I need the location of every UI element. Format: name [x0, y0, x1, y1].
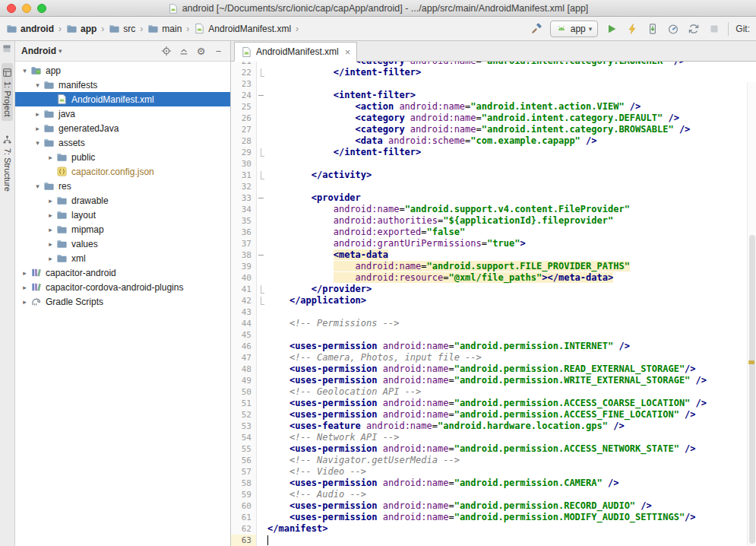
code-line[interactable]: 34 android:name="android.support.v4.cont… — [231, 204, 756, 215]
code-editor[interactable]: 21 <category android:name="android.inten… — [231, 62, 756, 546]
code-line[interactable]: 57 <!-- Video --> — [231, 466, 756, 478]
code-line[interactable]: 38 <meta-data — [231, 249, 756, 261]
tab-androidmanifest[interactable]: AndroidManifest.xml × — [234, 42, 357, 62]
close-window-button[interactable] — [7, 4, 16, 13]
code-line[interactable]: 52 <uses-permission android:name="androi… — [231, 409, 756, 421]
fold-marker[interactable] — [257, 170, 266, 181]
code-line[interactable]: 22 </intent-filter> — [231, 67, 756, 78]
code-line[interactable]: 63 — [231, 535, 756, 546]
code-line[interactable]: 36 android:exported="false" — [231, 227, 756, 238]
fold-marker[interactable] — [257, 284, 266, 295]
code-line[interactable]: 37 android:grantUriPermissions="true"> — [231, 238, 756, 249]
tree-item-capacitor-android[interactable]: ▸capacitor-android — [15, 265, 230, 280]
tree-item-mipmap[interactable]: ▸mipmap — [15, 222, 230, 236]
chevron-right-icon[interactable]: ▸ — [33, 110, 43, 118]
code-line[interactable]: 61 <uses-permission android:name="androi… — [231, 512, 756, 523]
profiler-icon[interactable] — [666, 22, 680, 36]
settings-gear-icon[interactable]: ⚙ — [195, 46, 207, 57]
tree-item-assets[interactable]: ▾assets — [15, 135, 230, 150]
code-line[interactable]: 44 <!-- Permissions --> — [231, 318, 756, 329]
chevron-right-icon[interactable]: ▸ — [46, 211, 55, 219]
code-line[interactable]: 31 </activity> — [231, 170, 756, 181]
chevron-right-icon[interactable]: ▸ — [33, 125, 43, 132]
apply-changes-icon[interactable] — [625, 22, 639, 36]
tree-item-java[interactable]: ▸java — [15, 106, 230, 121]
tree-item-res[interactable]: ▾res — [15, 179, 230, 193]
code-line[interactable]: 29 </intent-filter> — [231, 147, 756, 158]
tree-item-generatedjava[interactable]: ▸generatedJava — [15, 121, 230, 135]
code-line[interactable]: 43 — [231, 306, 756, 318]
chevron-right-icon[interactable]: ▸ — [46, 197, 55, 205]
breadcrumb-item-src[interactable]: src — [107, 21, 137, 36]
chevron-right-icon[interactable]: ▸ — [46, 226, 55, 233]
code-line[interactable]: 47 <!-- Camera, Photos, input file --> — [231, 352, 756, 363]
code-line[interactable]: 49 <uses-permission android:name="androi… — [231, 375, 756, 386]
editor-scrollbar[interactable] — [747, 82, 756, 546]
tool-window-project-button[interactable]: 1: Project — [2, 63, 13, 121]
tree-item-app[interactable]: ▾app — [15, 63, 230, 78]
fold-marker[interactable] — [257, 67, 266, 78]
tool-window-switcher-icon[interactable] — [2, 44, 12, 54]
tool-window-structure-button[interactable]: 7: Structure — [2, 130, 13, 196]
minimize-window-button[interactable] — [22, 4, 31, 13]
code-line[interactable]: 21 <category android:name="android.inten… — [231, 62, 756, 67]
code-line[interactable]: 60 <uses-permission android:name="androi… — [231, 500, 756, 512]
code-line[interactable]: 39 android:name="android.support.FILE_PR… — [231, 261, 756, 272]
tree-item-gradle-scripts[interactable]: ▸Gradle Scripts — [15, 294, 230, 309]
code-line[interactable]: 32 — [231, 181, 756, 192]
code-line[interactable]: 30 — [231, 158, 756, 170]
code-line[interactable]: 54 <!-- Network API --> — [231, 432, 756, 443]
fold-marker[interactable] — [257, 90, 266, 101]
code-line[interactable]: 50 <!-- Geolocation API --> — [231, 386, 756, 398]
fold-marker[interactable] — [257, 295, 266, 306]
code-line[interactable]: 41 </provider> — [231, 284, 756, 295]
tree-item-androidmanifest-xml[interactable]: AndroidManifest.xml — [15, 92, 230, 106]
fold-marker[interactable] — [257, 249, 266, 261]
scrollbar-thumb[interactable] — [749, 235, 755, 544]
code-line[interactable]: 45 — [231, 329, 756, 341]
code-line[interactable]: 55 <uses-permission android:name="androi… — [231, 443, 756, 455]
code-line[interactable]: 51 <uses-permission android:name="androi… — [231, 398, 756, 409]
breadcrumb-item-main[interactable]: main — [146, 21, 183, 36]
code-line[interactable]: 56 <!-- Navigator.getUserMedia --> — [231, 455, 756, 466]
close-tab-icon[interactable]: × — [345, 46, 351, 58]
tree-item-layout[interactable]: ▸layout — [15, 208, 230, 222]
code-line[interactable]: 26 <category android:name="android.inten… — [231, 113, 756, 124]
chevron-right-icon[interactable]: ▸ — [20, 298, 30, 306]
tree-item-xml[interactable]: ▸xml — [15, 251, 230, 265]
tree-item-capacitor-cordova-android-plugins[interactable]: ▸capacitor-cordova-android-plugins — [15, 280, 230, 294]
code-line[interactable]: 59 <!-- Audio --> — [231, 489, 756, 500]
tree-item-manifests[interactable]: ▾manifests — [15, 78, 230, 92]
code-line[interactable]: 46 <uses-permission android:name="androi… — [231, 341, 756, 352]
code-line[interactable]: 25 <action android:name="android.intent.… — [231, 101, 756, 113]
chevron-down-icon[interactable]: ▾ — [20, 67, 30, 75]
build-hammer-icon[interactable] — [530, 22, 543, 36]
breadcrumb-item-android[interactable]: android — [5, 21, 55, 36]
code-line[interactable]: 62</manifest> — [231, 523, 756, 535]
code-line[interactable]: 23 — [231, 78, 756, 90]
chevron-right-icon[interactable]: ▸ — [46, 255, 55, 262]
code-line[interactable]: 35 android:authorities="${applicationId}… — [231, 215, 756, 227]
code-line[interactable]: 24 <intent-filter> — [231, 90, 756, 101]
code-line[interactable]: 53 <uses-feature android:name="android.h… — [231, 421, 756, 432]
code-line[interactable]: 33 <provider — [231, 192, 756, 204]
chevron-down-icon[interactable]: ▾ — [33, 183, 43, 190]
fold-marker[interactable] — [257, 192, 266, 204]
tree-item-values[interactable]: ▸values — [15, 236, 230, 251]
chevron-down-icon[interactable]: ▾ — [33, 139, 43, 147]
tree-item-public[interactable]: ▸public — [15, 150, 230, 164]
collapse-all-icon[interactable] — [178, 46, 189, 57]
hide-panel-icon[interactable]: − — [213, 46, 224, 57]
chevron-right-icon[interactable]: ▸ — [46, 154, 55, 161]
code-line[interactable]: 28 <data android:scheme="com.example.cap… — [231, 135, 756, 147]
locate-file-icon[interactable] — [160, 46, 172, 57]
code-line[interactable]: 58 <uses-permission android:name="androi… — [231, 478, 756, 489]
chevron-right-icon[interactable]: ▸ — [20, 284, 30, 291]
breadcrumb-item-app[interactable]: app — [65, 21, 98, 36]
zoom-window-button[interactable] — [37, 4, 46, 13]
tree-item-capacitor-config-json[interactable]: capacitor.config.json — [15, 164, 230, 179]
breadcrumb-item-androidmanifest-xml[interactable]: AndroidManifest.xml — [192, 21, 293, 36]
chevron-down-icon[interactable]: ▾ — [33, 81, 43, 89]
project-view-selector[interactable]: Android — [21, 46, 56, 56]
code-line[interactable]: 40 android:resource="@xml/file_paths"></… — [231, 272, 756, 284]
